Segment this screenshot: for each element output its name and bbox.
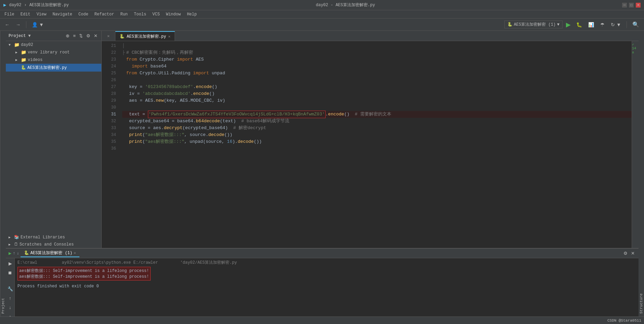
comment-22: # CBC解密案例：先解码，再解密: [126, 49, 193, 56]
code-line-32: ecrypted_base64 = base64.b64decode(text)…: [122, 118, 632, 125]
toolbar-forward-btn[interactable]: →: [14, 21, 23, 29]
tab-inactive[interactable]: ✕: [102, 31, 115, 41]
main-wrapper: Project Project ▼ ⊕ ≡ ⇅ ⚙ ✕ ▼: [0, 31, 644, 316]
tree-item-aes[interactable]: 🐍 AES算法加密解密.py: [6, 64, 101, 72]
ln-30: 30: [102, 104, 119, 111]
ln-35: 35: [102, 138, 119, 145]
title-bar-left: ▶ day02 › AES算法加密解密.py: [3, 2, 69, 8]
main-body: Project ▼ ⊕ ≡ ⇅ ⚙ ✕ ▼ 📁 day02: [6, 31, 639, 316]
toolbar-sep2: [627, 21, 627, 28]
status-bar: CSDN @Stara0511: [0, 316, 644, 324]
toolbar-profile-btn[interactable]: 👤 ▼: [30, 21, 46, 29]
bottom-up-icon[interactable]: ↑: [13, 251, 15, 256]
tree-label-videos: videos: [28, 58, 42, 62]
menu-help[interactable]: Help: [184, 11, 200, 17]
menu-vcs[interactable]: VCS: [150, 11, 163, 17]
bottom-left-icons: ▶ ⏹ 🔧 ↑ ↓ ↕ 🖨 📌: [6, 258, 15, 316]
bottom-tab-run[interactable]: 🐍 AES算法加密解密 (1) ✕: [21, 249, 79, 257]
bottom-settings-btn[interactable]: ⚙: [622, 250, 629, 256]
bottom-close-btn[interactable]: ✕: [630, 250, 636, 256]
tree-arrow-scratches: ▶: [9, 242, 13, 247]
run-config-selector[interactable]: 🐍 AES算法加密解密 (1) ▼: [504, 21, 563, 28]
menu-tools[interactable]: Tools: [131, 11, 149, 17]
tree-item-venv[interactable]: ▶ 📁 venv library root: [6, 49, 101, 56]
line-fold-22: ├: [122, 49, 125, 56]
window-title: day02 - AES算法加密解密.py: [69, 2, 622, 8]
menu-navigate[interactable]: Navigate: [50, 11, 75, 17]
ln-33: 33: [102, 125, 119, 132]
toolbar-back-btn[interactable]: ←: [3, 21, 12, 29]
menu-refactor[interactable]: Refactor: [92, 11, 117, 17]
menu-file[interactable]: File: [2, 11, 17, 17]
folder-icon-venv: 📁: [21, 50, 26, 55]
code-line-26: [122, 77, 632, 84]
editor-area: ✕ 🐍 AES算法加密解密.py ✕ 21 22 23: [102, 31, 639, 248]
main-content: Project ▼ ⊕ ≡ ⇅ ⚙ ✕ ▼ 📁 day02: [6, 31, 639, 248]
output-wrapper: aes解密数据::: Self-improvement is a lifelon…: [17, 267, 636, 281]
sidebar-icon-close[interactable]: ✕: [93, 33, 99, 39]
tree-item-scratches[interactable]: ▶ 🗒 Scratches and Consoles: [6, 241, 101, 248]
toolbar-sep1: [26, 21, 26, 28]
close-button[interactable]: ✕: [636, 3, 641, 8]
sidebar-title: Project ▼: [9, 34, 31, 38]
down-btn[interactable]: ↓: [9, 305, 11, 310]
tree-root-day02[interactable]: ▼ 📁 day02: [6, 41, 101, 49]
menu-run[interactable]: Run: [117, 11, 130, 17]
run-tab-close[interactable]: ✕: [74, 251, 76, 255]
python-icon-aes: 🐍: [21, 65, 26, 70]
sort-btn[interactable]: ↕: [9, 314, 11, 316]
code-content[interactable]: │ ├ # CBC解密案例：先解码，再解密 from Crypto.Cipher…: [119, 41, 632, 248]
folder-icon-day02: 📁: [14, 42, 20, 48]
code-line-30: [122, 104, 632, 111]
output-highlight-block: aes解密数据::: Self-improvement is a lifelon…: [17, 267, 151, 281]
menu-view[interactable]: View: [34, 11, 49, 17]
bottom-down-icon[interactable]: ↓: [17, 251, 19, 256]
tab-aes[interactable]: 🐍 AES算法加密解密.py ✕: [115, 31, 175, 41]
code-line-34: print("aes解密数据:::", source.decode()): [122, 132, 632, 138]
code-line-22: ├ # CBC解密案例：先解码，再解密: [122, 49, 632, 56]
run-config-name: AES算法加密解密 (1): [514, 22, 556, 27]
coverage-btn[interactable]: ☂: [598, 21, 607, 29]
tab-close-btn[interactable]: ✕: [168, 34, 171, 39]
stop-btn[interactable]: ⏹: [8, 270, 12, 275]
structure-tab-vertical[interactable]: Structure: [639, 31, 644, 316]
rerun-btn[interactable]: ▶: [9, 261, 12, 266]
tree-arrow-videos: ▶: [15, 58, 20, 62]
line-fold-21: │: [122, 42, 125, 49]
tree-label-scratches: Scratches and Consoles: [20, 242, 74, 247]
file-name-title: AES算法加密解密.py: [29, 2, 69, 8]
ln-25: 25: [102, 70, 119, 77]
run-button[interactable]: ▶: [565, 20, 572, 29]
tab-python-icon: 🐍: [119, 34, 125, 39]
code-line-28: iv = 'abcdabcdabcdabcd'.encode(): [122, 90, 632, 97]
menu-window[interactable]: Window: [163, 11, 184, 17]
wrench-btn[interactable]: 🔧: [8, 286, 13, 291]
maximize-button[interactable]: □: [629, 3, 634, 8]
title-bar: ▶ day02 › AES算法加密解密.py day02 - AES算法加密解密…: [0, 0, 644, 10]
sidebar-icon-globe[interactable]: ⊕: [65, 33, 71, 39]
minimize-button[interactable]: ─: [622, 3, 627, 8]
sidebar-icon-settings[interactable]: ⚙: [85, 33, 91, 39]
sidebar-icon-flatten[interactable]: ≡: [72, 33, 77, 39]
project-sidebar: Project ▼ ⊕ ≡ ⇅ ⚙ ✕ ▼ 📁 day02: [6, 31, 102, 248]
status-right-text: CSDN @Stara0511: [607, 319, 641, 323]
tree-item-videos[interactable]: ▶ 📁 videos: [6, 56, 101, 64]
bottom-run-icon[interactable]: ▶: [9, 250, 11, 256]
menu-code[interactable]: Code: [76, 11, 91, 17]
sidebar-icon-sort[interactable]: ⇅: [78, 33, 84, 39]
more-actions-btn[interactable]: ↻ ▼: [609, 21, 623, 29]
project-name: day02: [9, 3, 21, 8]
search-everywhere-btn[interactable]: 🔍: [630, 20, 641, 29]
profile-run-btn[interactable]: 📊: [586, 21, 596, 29]
app-icon: ▶: [3, 2, 6, 8]
project-tab-vertical[interactable]: Project: [0, 31, 6, 316]
up-btn[interactable]: ↑: [9, 296, 11, 301]
window-controls[interactable]: ─ □ ✕: [622, 3, 641, 8]
code-line-36: [122, 145, 632, 152]
code-line-33: source = aes.decrypt(ecrypted_base64) # …: [122, 125, 632, 132]
tree-item-external[interactable]: ▶ 📚 External Libraries: [6, 234, 101, 241]
debug-button[interactable]: 🐛: [574, 21, 584, 29]
menu-edit[interactable]: Edit: [18, 11, 33, 17]
external-lib-icon: 📚: [14, 235, 19, 240]
ln-32: 32: [102, 118, 119, 125]
